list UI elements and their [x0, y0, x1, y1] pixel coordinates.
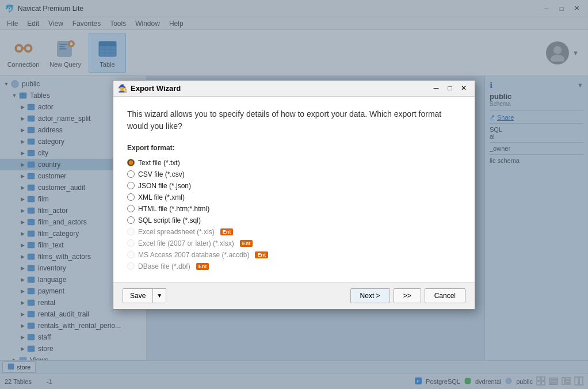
format-radio-xls	[127, 228, 135, 235]
format-option-csv: CSV file (*.csv)	[127, 170, 461, 178]
format-label-csv[interactable]: CSV file (*.csv)	[138, 170, 185, 178]
export-wizard-modal: 🧙 Export Wizard ─ □ ✕ This wizard allows…	[113, 80, 475, 310]
format-option-accdb: MS Access 2007 database (*.accdb) Ent	[127, 251, 461, 259]
cancel-button[interactable]: Cancel	[425, 288, 465, 303]
format-option-xml: XML file (*.xml)	[127, 193, 461, 201]
format-option-xlsx: Excel file (2007 or later) (*.xlsx) Ent	[127, 239, 461, 247]
format-option-txt: Text file (*.txt)	[127, 159, 461, 167]
next-next-button[interactable]: >>	[394, 288, 421, 303]
modal-overlay: 🧙 Export Wizard ─ □ ✕ This wizard allows…	[0, 0, 588, 389]
format-options: Text file (*.txt) CSV file (*.csv) JSON …	[127, 159, 461, 270]
modal-minimize-button[interactable]: ─	[430, 82, 442, 94]
modal-close-button[interactable]: ✕	[457, 82, 470, 94]
modal-title: Export Wizard	[131, 84, 430, 93]
format-label-json[interactable]: JSON file (*.json)	[138, 182, 191, 190]
format-label-xls: Excel spreadsheet (*.xls)	[138, 228, 215, 236]
format-option-html: HTML file (*.htm;*.html)	[127, 205, 461, 213]
format-radio-xlsx	[127, 239, 135, 247]
format-radio-sql[interactable]	[127, 216, 135, 224]
ent-badge-xlsx: Ent	[240, 240, 253, 247]
format-label-txt[interactable]: Text file (*.txt)	[138, 159, 180, 167]
format-radio-html[interactable]	[127, 205, 135, 212]
format-option-dbf: DBase file (*.dbf) Ent	[127, 262, 461, 270]
ent-badge-accdb: Ent	[255, 251, 268, 258]
format-label-xlsx: Excel file (2007 or later) (*.xlsx)	[138, 239, 234, 247]
format-radio-json[interactable]	[127, 182, 135, 189]
format-label-html[interactable]: HTML file (*.htm;*.html)	[138, 205, 209, 213]
ent-badge-xls: Ent	[220, 228, 234, 235]
format-radio-csv[interactable]	[127, 170, 135, 178]
format-radio-txt[interactable]	[127, 159, 135, 166]
modal-maximize-button[interactable]: □	[444, 82, 456, 94]
modal-titlebar: 🧙 Export Wizard ─ □ ✕	[113, 81, 475, 97]
format-option-xls: Excel spreadsheet (*.xls) Ent	[127, 228, 461, 236]
ent-badge-dbf: Ent	[196, 263, 209, 270]
save-button-split: Save ▼	[123, 288, 166, 303]
format-label-sql[interactable]: SQL script file (*.sql)	[138, 216, 201, 224]
format-label-dbf: DBase file (*.dbf)	[138, 262, 190, 270]
modal-body: This wizard allows you to specify detail…	[113, 97, 475, 282]
save-dropdown-arrow[interactable]: ▼	[153, 289, 166, 303]
format-option-json: JSON file (*.json)	[127, 182, 461, 190]
format-radio-accdb	[127, 251, 135, 258]
format-radio-xml[interactable]	[127, 193, 135, 201]
modal-footer: Save ▼ Next > >> Cancel	[113, 282, 475, 309]
format-radio-dbf	[127, 262, 135, 270]
export-format-label: Export format:	[127, 144, 461, 152]
modal-icon: 🧙	[118, 84, 127, 93]
save-button[interactable]: Save	[123, 289, 153, 303]
modal-intro-text: This wizard allows you to specify detail…	[127, 108, 461, 132]
format-option-sql: SQL script file (*.sql)	[127, 216, 461, 224]
format-label-accdb: MS Access 2007 database (*.accdb)	[138, 251, 249, 259]
next-button[interactable]: Next >	[350, 288, 390, 303]
format-label-xml[interactable]: XML file (*.xml)	[138, 193, 185, 201]
